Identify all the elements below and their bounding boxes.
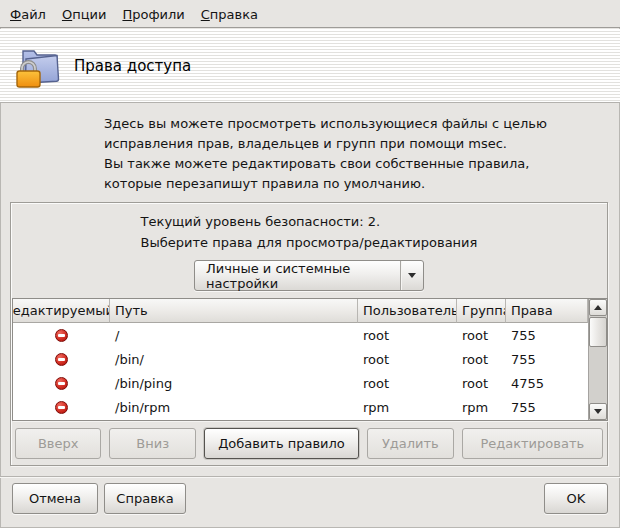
ok-button[interactable]: OK bbox=[544, 483, 608, 514]
description-line: Здесь вы можете просмотреть использующие… bbox=[104, 114, 547, 134]
table-row[interactable]: /bin/ root root 755 bbox=[13, 347, 588, 371]
title-band: Права доступа bbox=[0, 29, 620, 103]
cell-permissions: 755 bbox=[506, 323, 588, 347]
description-text: Здесь вы можете просмотреть использующие… bbox=[104, 114, 547, 194]
cell-user: root bbox=[358, 323, 457, 347]
not-editable-icon bbox=[55, 401, 68, 414]
menu-file-label: Ф bbox=[10, 7, 21, 22]
cell-user: root bbox=[358, 371, 457, 395]
permissions-window: Файл Опции Профили Справка bbox=[0, 0, 620, 528]
menu-options-label: О bbox=[62, 7, 72, 22]
cell-group: root bbox=[457, 371, 506, 395]
chevron-down-icon bbox=[408, 273, 416, 278]
dropdown-selected-value: Личные и системные настройки bbox=[195, 261, 400, 290]
edit-button[interactable]: Редактировать bbox=[462, 428, 603, 459]
cell-path: / bbox=[110, 323, 358, 347]
cell-path: /bin/ping bbox=[110, 371, 358, 395]
column-header-editable[interactable]: Редактируемый bbox=[13, 299, 110, 323]
scroll-up-button[interactable] bbox=[589, 299, 607, 316]
folder-lock-icon bbox=[14, 43, 64, 89]
table-row[interactable]: /bin/rpm rpm rpm 755 bbox=[13, 395, 588, 419]
rule-action-buttons: Вверх Вниз Добавить правило Удалить Реда… bbox=[15, 428, 603, 459]
scroll-down-button[interactable] bbox=[589, 403, 607, 420]
permissions-panel: Текущий уровень безопасности: 2. Выберит… bbox=[10, 202, 608, 466]
scroll-up-icon bbox=[594, 305, 602, 310]
column-header-path[interactable]: Путь bbox=[110, 299, 358, 323]
not-editable-icon bbox=[55, 329, 68, 342]
move-down-button[interactable]: Вниз bbox=[109, 428, 195, 459]
not-editable-icon bbox=[55, 377, 68, 390]
select-prompt-text: Выберите права для просмотра/редактирова… bbox=[141, 232, 478, 253]
menu-options[interactable]: Опции bbox=[54, 0, 114, 27]
delete-button[interactable]: Удалить bbox=[367, 428, 453, 459]
footer-separator bbox=[0, 476, 620, 478]
cancel-button[interactable]: Отмена bbox=[12, 483, 98, 514]
cell-group: rpm bbox=[457, 395, 506, 419]
security-level-block: Текущий уровень безопасности: 2. Выберит… bbox=[11, 211, 607, 253]
scrollbar-thumb[interactable] bbox=[589, 317, 607, 347]
menu-profiles[interactable]: Профили bbox=[114, 0, 192, 27]
cell-permissions: 4755 bbox=[506, 371, 588, 395]
move-up-button[interactable]: Вверх bbox=[15, 428, 101, 459]
scroll-down-icon bbox=[594, 409, 602, 414]
menu-help-label: С bbox=[201, 7, 210, 22]
cell-path: /bin/rpm bbox=[110, 395, 358, 419]
menu-bar: Файл Опции Профили Справка bbox=[0, 0, 620, 28]
cell-user: rpm bbox=[358, 395, 457, 419]
security-level-text: Текущий уровень безопасности: 2. bbox=[141, 211, 478, 232]
permissions-filter-dropdown[interactable]: Личные и системные настройки bbox=[194, 260, 424, 291]
column-header-permissions[interactable]: Права bbox=[506, 299, 588, 323]
description-line: которые перезапишут правила по умолчанию… bbox=[104, 174, 547, 194]
menu-help[interactable]: Справка bbox=[193, 0, 266, 27]
description-line: исправления прав, владельцев и групп при… bbox=[104, 134, 547, 154]
table-row[interactable]: /bin/ping root root 4755 bbox=[13, 371, 588, 395]
permissions-table: Редактируемый Путь Пользователь Группа П… bbox=[12, 298, 608, 421]
column-header-group[interactable]: Группа bbox=[457, 299, 506, 323]
not-editable-icon bbox=[55, 353, 68, 366]
cell-path: /bin/ bbox=[110, 347, 358, 371]
cell-group: root bbox=[457, 347, 506, 371]
help-button[interactable]: Справка bbox=[104, 483, 186, 514]
table-row[interactable]: / root root 755 bbox=[13, 323, 588, 347]
cell-permissions: 755 bbox=[506, 395, 588, 419]
menu-file[interactable]: Файл bbox=[2, 0, 54, 27]
cell-group: root bbox=[457, 323, 506, 347]
table-header-row: Редактируемый Путь Пользователь Группа П… bbox=[13, 299, 588, 323]
description-line: Вы также можете редактировать свои собст… bbox=[104, 154, 547, 174]
scrollbar-track[interactable] bbox=[589, 347, 607, 403]
vertical-scrollbar[interactable] bbox=[588, 299, 607, 420]
menu-profiles-label: П bbox=[122, 7, 132, 22]
add-rule-button[interactable]: Добавить правило bbox=[204, 428, 359, 459]
cell-user: root bbox=[358, 347, 457, 371]
page-title: Права доступа bbox=[74, 57, 191, 75]
column-header-user[interactable]: Пользователь bbox=[358, 299, 457, 323]
cell-permissions: 755 bbox=[506, 347, 588, 371]
dropdown-arrow-box bbox=[400, 261, 423, 290]
